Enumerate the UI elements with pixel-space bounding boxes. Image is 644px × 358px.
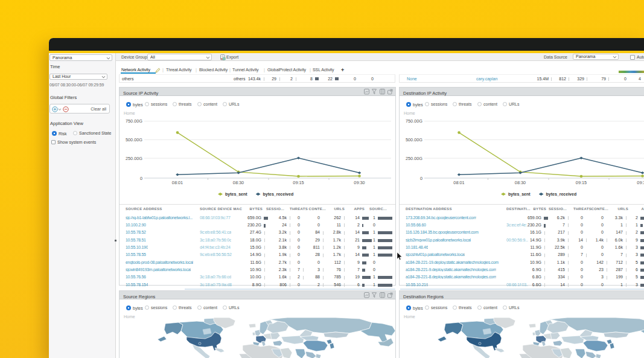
svg-text:750.00G: 750.00G: [126, 118, 142, 124]
svg-text:08:30: 08:30: [515, 180, 526, 185]
svg-text:750.00G: 750.00G: [406, 118, 422, 124]
svg-text:09:15: 09:15: [293, 180, 304, 185]
svg-text:09:30: 09:30: [637, 180, 644, 185]
svg-text:08:30: 08:30: [233, 180, 244, 185]
svg-text:250.00G: 250.00G: [406, 156, 422, 161]
svg-text:250.00G: 250.00G: [126, 156, 142, 161]
svg-text:09:15: 09:15: [576, 180, 587, 185]
svg-text:0: 0: [140, 176, 142, 181]
svg-text:08:01: 08:01: [453, 180, 464, 185]
svg-text:500.00G: 500.00G: [406, 137, 422, 142]
svg-text:09:30: 09:30: [354, 180, 365, 185]
svg-text:500.00G: 500.00G: [126, 137, 142, 142]
svg-text:0: 0: [420, 176, 422, 181]
svg-text:08:01: 08:01: [172, 180, 183, 185]
